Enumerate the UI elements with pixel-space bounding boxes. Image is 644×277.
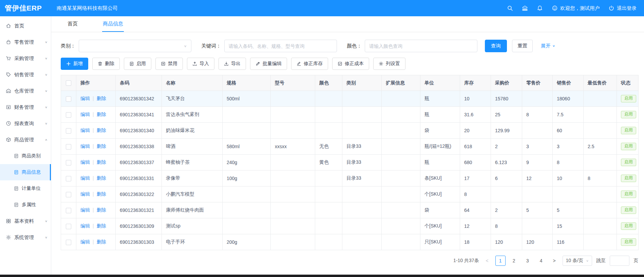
select-all-checkbox[interactable]	[66, 80, 71, 86]
cell-min_price	[584, 155, 617, 171]
delete-button[interactable]: 删除	[92, 58, 120, 70]
search-button[interactable]: 查询	[485, 40, 507, 52]
sidebar-subitem-product-category[interactable]: 商品类别	[0, 148, 51, 164]
cell-spec	[223, 123, 271, 139]
row-checkbox[interactable]	[66, 176, 71, 181]
sidebar-item-warehouse[interactable]: 仓库管理∨	[0, 83, 51, 99]
row-actions: 编辑|删除	[76, 202, 116, 218]
button-label: 删除	[105, 61, 114, 67]
add-button[interactable]: 新增	[61, 58, 88, 70]
row-checkbox[interactable]	[66, 224, 71, 229]
batch-edit-button[interactable]: 批量编辑	[250, 58, 287, 70]
prev-page-button[interactable]: <	[483, 256, 491, 266]
keyword-input[interactable]	[224, 40, 337, 52]
enable-button[interactable]: 启用	[124, 58, 151, 70]
sidebar-item-finance[interactable]: 财务管理∨	[0, 99, 51, 115]
delete-link[interactable]: 删除	[97, 207, 106, 213]
row-checkbox[interactable]	[66, 128, 71, 134]
row-checkbox[interactable]	[66, 96, 71, 102]
delete-link[interactable]: 删除	[97, 96, 106, 101]
cell-status: 启用	[617, 91, 639, 107]
fix-cost-button[interactable]: 修正成本	[332, 58, 369, 70]
bell-icon[interactable]	[537, 5, 543, 11]
expand-link[interactable]: 展开 ∨	[541, 43, 555, 49]
cell-status: 启用	[617, 123, 639, 139]
fix-stock-button[interactable]: 修正库存	[291, 58, 328, 70]
sidebar-item-product[interactable]: 商品管理∧	[0, 132, 51, 148]
row-checkbox[interactable]	[66, 160, 71, 165]
edit-link[interactable]: 编辑	[80, 112, 90, 117]
cell-name: 康师傅红烧牛肉面	[162, 202, 223, 218]
disable-button[interactable]: 禁用	[155, 58, 183, 70]
edit-link[interactable]: 编辑	[80, 143, 90, 149]
button-label: 导入	[200, 61, 209, 67]
column-header: 库存	[460, 75, 491, 91]
row-checkbox[interactable]	[66, 240, 71, 245]
sidebar-item-home[interactable]: 首页	[0, 18, 51, 34]
chevron-down-icon: ∨	[45, 57, 48, 60]
cell-model	[271, 202, 315, 218]
category-select[interactable]: ∨	[79, 40, 191, 52]
color-input[interactable]	[365, 40, 477, 52]
delete-link[interactable]: 删除	[97, 112, 106, 117]
tab-product-info[interactable]: 商品信息	[102, 16, 124, 32]
delete-link[interactable]: 删除	[97, 223, 106, 229]
welcome-user[interactable]: 欢迎您，测试用户	[552, 5, 600, 12]
edit-link[interactable]: 编辑	[80, 159, 90, 165]
page-number-1[interactable]: 1	[495, 256, 506, 266]
import-button[interactable]: 导入	[187, 58, 214, 70]
delete-link[interactable]: 删除	[97, 191, 106, 197]
sidebar-subitem-product-info[interactable]: 商品信息	[0, 164, 51, 180]
logout-button[interactable]: 退出登录	[608, 5, 637, 12]
bank-icon[interactable]	[522, 5, 528, 11]
jump-input[interactable]	[610, 256, 629, 266]
sidebar-item-label: 采购管理	[14, 55, 45, 62]
cell-ext	[382, 91, 420, 107]
link-separator: |	[93, 175, 94, 181]
edit-link[interactable]: 编辑	[80, 191, 90, 197]
sidebar-item-retail[interactable]: 零售管理∨	[0, 34, 51, 50]
sidebar-item-basic-data[interactable]: 基本资料∨	[0, 213, 51, 229]
row-checkbox[interactable]	[66, 144, 71, 150]
tab-home[interactable]: 首页	[67, 16, 78, 32]
reset-button[interactable]: 重置	[512, 40, 533, 52]
delete-link[interactable]: 删除	[97, 127, 106, 133]
page-number-3[interactable]: 3	[523, 256, 533, 266]
logout-text: 退出登录	[617, 5, 637, 12]
cell-unit: 个[SKU]	[420, 186, 460, 202]
sidebar-subitem-multi-attribute[interactable]: 多属性	[0, 197, 51, 213]
delete-link[interactable]: 删除	[97, 175, 106, 181]
app-logo: 管伊佳ERP	[0, 3, 51, 13]
edit-link[interactable]: 编辑	[80, 96, 90, 101]
edit-link[interactable]: 编辑	[80, 207, 90, 213]
sidebar-item-sales[interactable]: 销售管理∨	[0, 66, 51, 83]
cell-min_price	[584, 234, 617, 250]
edit-link[interactable]: 编辑	[80, 127, 90, 133]
delete-link[interactable]: 删除	[97, 143, 106, 149]
pagination: 1-10 共37条 < 1234 > 10 条/页 ∨ 跳至 页	[61, 256, 638, 274]
delete-link[interactable]: 删除	[97, 159, 106, 165]
sidebar-subitem-measure-unit[interactable]: 计量单位	[0, 180, 51, 197]
sidebar-item-purchase[interactable]: 采购管理∨	[0, 50, 51, 66]
row-checkbox[interactable]	[66, 192, 71, 197]
page-size-select[interactable]: 10 条/页 ∨	[563, 256, 592, 266]
delete-link[interactable]: 删除	[97, 239, 106, 244]
link-separator: |	[93, 159, 94, 165]
page-number-2[interactable]: 2	[509, 256, 519, 266]
edit-link[interactable]: 编辑	[80, 223, 90, 229]
column-settings-button[interactable]: 列设置	[373, 58, 405, 70]
row-checkbox[interactable]	[66, 112, 71, 118]
cell-name: 啤酒	[162, 139, 223, 155]
cell-ext	[382, 202, 420, 218]
sidebar-item-report[interactable]: 报表查询∨	[0, 115, 51, 132]
cell-spec: 580ml	[223, 139, 271, 155]
sidebar-item-system[interactable]: 系统管理∨	[0, 229, 51, 245]
row-checkbox[interactable]	[66, 208, 71, 213]
export-button[interactable]: 导出	[219, 58, 246, 70]
page-number-4[interactable]: 4	[536, 256, 546, 266]
edit-link[interactable]: 编辑	[80, 239, 90, 244]
next-page-button[interactable]: >	[550, 256, 558, 266]
cell-name: 蜂蜜柚子茶	[162, 155, 223, 171]
search-icon[interactable]	[507, 5, 513, 11]
edit-link[interactable]: 编辑	[80, 175, 90, 181]
